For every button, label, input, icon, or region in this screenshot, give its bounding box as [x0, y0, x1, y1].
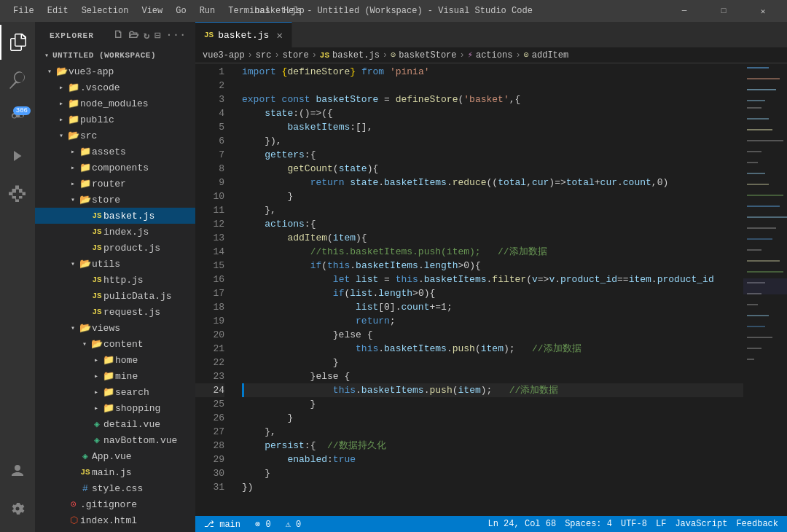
- sidebar-item-nav-bottom-vue[interactable]: ▸ ◈ navBottom.vue: [35, 432, 195, 448]
- sidebar-item-main-js[interactable]: ▸ JS main.js: [35, 464, 195, 480]
- status-language[interactable]: JavaScript: [672, 519, 730, 529]
- minimize-button[interactable]: ─: [667, 0, 701, 22]
- sidebar-item-shopping[interactable]: ▸ 📁 shopping: [35, 400, 195, 416]
- breadcrumb-add-item[interactable]: addItem: [532, 50, 568, 60]
- new-folder-icon[interactable]: 🗁: [128, 29, 139, 42]
- code-editor[interactable]: import {defineStore} from 'pinia' export…: [230, 63, 743, 516]
- sidebar-item-http-js[interactable]: ▸ JS http.js: [35, 272, 195, 288]
- menu-file[interactable]: File: [7, 4, 40, 17]
- sidebar-item-detail-vue[interactable]: ▸ ◈ detail.vue: [35, 416, 195, 432]
- status-line-ending[interactable]: LF: [653, 519, 669, 529]
- breadcrumb-sep2: ›: [274, 50, 279, 60]
- sidebar-item-basket-js[interactable]: ▸ JS basket.js: [35, 208, 195, 224]
- sidebar-item-node-modules[interactable]: ▸ 📁 node_modules: [35, 95, 195, 112]
- breadcrumb-actions[interactable]: actions: [476, 50, 512, 60]
- svg-rect-10: [747, 162, 758, 163]
- menu-go[interactable]: Go: [170, 4, 192, 17]
- sidebar-item-store[interactable]: ▾ 📂 store: [35, 192, 195, 208]
- sidebar-item-style-css[interactable]: ▸ # style.css: [35, 480, 195, 496]
- sidebar-item-home[interactable]: ▸ 📁 home: [35, 352, 195, 368]
- sidebar-item-vscode[interactable]: ▸ 📁 .vscode: [35, 79, 195, 95]
- explorer-activity-icon[interactable]: [0, 25, 35, 60]
- status-line-col[interactable]: Ln 24, Col 68: [485, 519, 560, 529]
- shopping-arrow: ▸: [90, 404, 102, 412]
- menu-view[interactable]: View: [136, 4, 168, 17]
- more-actions-icon[interactable]: ···: [166, 29, 187, 42]
- new-file-icon[interactable]: 🗋: [113, 29, 124, 42]
- sidebar-item-router[interactable]: ▸ 📁 router: [35, 176, 195, 192]
- breadcrumb-basket-store[interactable]: basketStore: [399, 50, 456, 60]
- svg-rect-16: [747, 227, 776, 229]
- menu-run[interactable]: Run: [194, 4, 222, 17]
- svg-rect-20: [747, 271, 783, 273]
- code-line-18: list[0].count+=1;: [242, 300, 743, 314]
- svg-rect-3: [747, 89, 776, 90]
- status-branch[interactable]: ⎇ main: [201, 519, 243, 530]
- sidebar-item-pulic-data-js[interactable]: ▸ JS pulicData.js: [35, 288, 195, 304]
- status-warnings[interactable]: ⚠ 0: [283, 519, 305, 530]
- breadcrumb-basket-js[interactable]: basket.js: [332, 50, 380, 60]
- refresh-icon[interactable]: ↻: [144, 29, 150, 42]
- close-button[interactable]: ✕: [746, 0, 780, 22]
- sidebar-item-request-js[interactable]: ▸ JS request.js: [35, 304, 195, 320]
- request-js-icon: JS: [90, 308, 103, 316]
- breadcrumb-vue3-app[interactable]: vue3-app: [203, 50, 245, 60]
- http-js-icon: JS: [90, 275, 103, 284]
- sidebar-item-views[interactable]: ▾ 📂 views: [35, 320, 195, 336]
- search-activity-icon[interactable]: [0, 63, 35, 98]
- status-spaces[interactable]: Spaces: 4: [562, 519, 615, 529]
- sidebar-item-search[interactable]: ▸ 📁 search: [35, 384, 195, 400]
- sidebar-label-detail-vue: detail.vue: [103, 419, 189, 430]
- sidebar-item-index-js-store[interactable]: ▸ JS index.js: [35, 224, 195, 240]
- sidebar-item-app-vue[interactable]: ▸ ◈ App.vue: [35, 448, 195, 464]
- breadcrumb-add-item-icon: ⊙: [524, 50, 529, 60]
- run-debug-activity-icon[interactable]: [0, 138, 35, 173]
- sidebar-label-style-css: style.css: [92, 483, 189, 494]
- sidebar-item-components[interactable]: ▸ 📁 components: [35, 160, 195, 176]
- sidebar-item-utils[interactable]: ▾ 📂 utils: [35, 256, 195, 272]
- status-encoding[interactable]: UTF-8: [618, 519, 650, 529]
- workspace-label[interactable]: ▾ UNTITLED (WORKSPACE): [35, 47, 195, 63]
- extensions-activity-icon[interactable]: [0, 176, 35, 211]
- sidebar-label-views: views: [92, 323, 189, 334]
- sidebar-label-router: router: [92, 179, 189, 189]
- sidebar-label-nav-bottom-vue: navBottom.vue: [103, 435, 189, 446]
- collapse-icon[interactable]: ⊟: [154, 29, 161, 42]
- breadcrumb-store[interactable]: store: [283, 50, 309, 60]
- source-control-activity-icon[interactable]: 306: [0, 101, 35, 136]
- maximize-button[interactable]: □: [707, 0, 740, 22]
- store-folder-icon: 📂: [79, 194, 92, 206]
- code-line-6: }),: [242, 134, 743, 148]
- sidebar-item-product-js[interactable]: ▸ JS product.js: [35, 240, 195, 256]
- code-line-12: actions:{: [242, 217, 743, 231]
- account-icon[interactable]: [0, 453, 35, 488]
- settings-gear-icon[interactable]: [0, 491, 35, 526]
- sidebar-item-gitignore[interactable]: ▸ ⊙ .gitignore: [35, 496, 195, 512]
- sidebar-item-index-html[interactable]: ▸ ⬡ index.html: [35, 512, 195, 528]
- menu-selection[interactable]: Selection: [76, 4, 135, 17]
- sidebar-item-public[interactable]: ▸ 📁 public: [35, 112, 195, 128]
- sidebar-item-assets[interactable]: ▸ 📁 assets: [35, 144, 195, 160]
- svg-rect-11: [747, 173, 765, 174]
- tab-basket-js-label: basket.js: [218, 30, 269, 41]
- status-errors[interactable]: ⊗ 0: [252, 519, 274, 530]
- code-container[interactable]: 12345 678910 1112131415 1617181920 21222…: [195, 63, 787, 516]
- sidebar-item-vue3-app[interactable]: ▾ 📂 vue3-app: [35, 63, 195, 79]
- svg-rect-27: [747, 337, 772, 338]
- gitignore-icon: ⊙: [67, 498, 80, 510]
- tab-close-basket-js[interactable]: ✕: [276, 29, 282, 42]
- sidebar-item-src[interactable]: ▾ 📂 src: [35, 128, 195, 144]
- status-feedback[interactable]: Feedback: [733, 519, 781, 529]
- menu-edit[interactable]: Edit: [42, 4, 74, 17]
- breadcrumb-src[interactable]: src: [256, 50, 272, 60]
- svg-rect-1: [747, 67, 769, 69]
- workspace-title: UNTITLED (WORKSPACE): [52, 51, 189, 60]
- sidebar-item-package-lock-json[interactable]: ▸ {} package-lock.json: [35, 528, 195, 532]
- tab-basket-js[interactable]: JS basket.js ✕: [195, 22, 292, 47]
- sidebar-item-content[interactable]: ▾ 📂 content: [35, 336, 195, 352]
- assets-folder-icon: 📁: [79, 146, 92, 157]
- code-line-30: }: [242, 466, 743, 480]
- utils-folder-icon: 📂: [79, 258, 92, 270]
- sidebar-item-mine[interactable]: ▸ 📁 mine: [35, 368, 195, 384]
- sidebar-header-label: EXPLORER: [50, 31, 94, 40]
